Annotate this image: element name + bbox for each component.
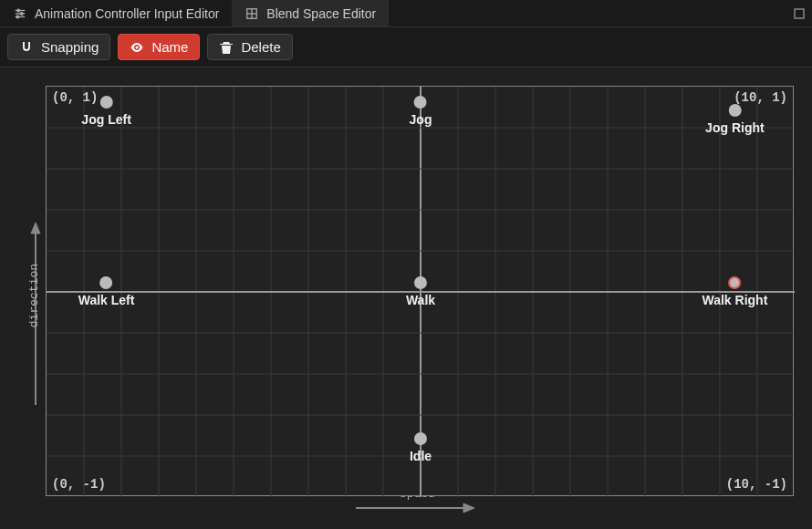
point-dot-icon [100,276,113,289]
point-label: Walk Right [702,293,767,307]
point-label: Jog [410,112,432,127]
svg-point-1 [17,9,20,12]
y-axis-label: direction [27,264,41,327]
trash-icon [219,40,234,55]
svg-rect-10 [23,42,25,44]
name-toggle-button[interactable]: Name [118,34,200,60]
tab-label: Blend Space Editor [266,6,376,21]
maximize-icon[interactable] [792,8,812,19]
button-label: Delete [241,39,280,55]
blend-space-area: direction speed [0,67,812,529]
point-dot-icon [728,104,741,117]
point-label: Walk [406,293,435,307]
blend-point[interactable]: Walk Right [702,276,767,307]
point-dot-icon [728,276,741,289]
point-label: Jog Left [81,112,130,127]
point-dot-icon [414,96,427,109]
point-label: Jog Right [705,120,765,135]
point-dot-icon [414,276,427,289]
corner-bottom-right: (10, -1) [726,477,787,492]
tab-blend-space-editor[interactable]: Blend Space Editor [232,0,389,26]
tab-bar: Animation Controller Input Editor Blend … [0,0,812,27]
blend-point[interactable]: Jog Right [705,104,765,135]
svg-point-12 [136,46,139,48]
button-label: Name [151,39,188,55]
eye-icon [130,40,144,55]
tab-animation-controller-input-editor[interactable]: Animation Controller Input Editor [0,0,232,26]
svg-point-5 [16,16,19,18]
point-label: Walk Left [78,293,135,307]
blend-point[interactable]: Walk Left [78,276,135,307]
point-dot-icon [414,432,427,445]
svg-point-3 [20,12,23,15]
tab-label: Animation Controller Input Editor [35,6,219,21]
arrow-right-icon [356,502,474,517]
blend-point[interactable]: Idle [410,432,432,463]
blend-point[interactable]: Jog Left [81,96,130,127]
corner-bottom-left: (0, -1) [52,477,106,492]
svg-rect-11 [28,42,30,44]
delete-button[interactable]: Delete [207,34,292,60]
point-label: Idle [410,449,432,463]
sliders-icon [13,6,27,21]
grid-icon [245,6,259,21]
blend-point[interactable]: Walk [406,276,435,307]
point-dot-icon [100,96,113,109]
svg-marker-14 [31,223,40,233]
toolbar: Snapping Name Delete [0,27,812,67]
blend-grid[interactable]: (0, 1) (10, 1) (0, -1) (10, -1) Jog Left… [46,86,794,496]
button-label: Snapping [41,39,99,55]
blend-point[interactable]: Jog [410,96,432,127]
corner-top-right: (10, 1) [734,90,787,105]
svg-rect-9 [795,9,804,18]
snapping-button[interactable]: Snapping [7,34,110,60]
svg-marker-16 [463,503,474,513]
magnet-icon [19,40,34,55]
